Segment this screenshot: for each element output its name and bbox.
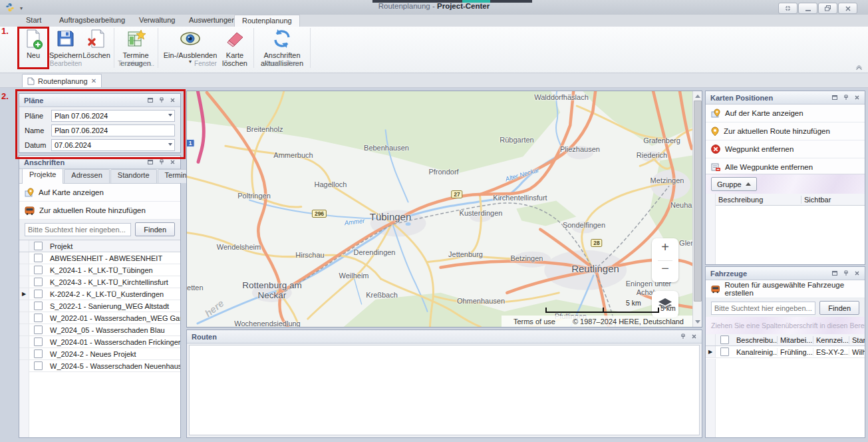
row-checkbox[interactable] xyxy=(720,347,729,356)
row-checkbox[interactable] xyxy=(34,337,43,346)
scroll-down-icon[interactable] xyxy=(695,320,700,324)
map-viewport[interactable]: 27 296 28 1 Walddorfhäslach Breitenholz … xyxy=(187,91,693,327)
project-row-selected[interactable]: ▶K-2024-2 - K_LK-TÜ_Kusterdingen xyxy=(19,288,180,300)
routen-erstellen-action[interactable]: Routen für ausgewählte Fahrzeuge erstell… xyxy=(706,280,865,298)
pin-panel-icon[interactable] xyxy=(156,158,166,166)
maximize-panel-icon[interactable] xyxy=(829,93,839,102)
select-all-checkbox[interactable] xyxy=(716,335,734,344)
beschreibung-column-header[interactable]: Beschreibu... xyxy=(734,336,778,344)
doc-tab-close-icon[interactable]: ✕ xyxy=(91,77,96,85)
application-window: ▾ Routenplanung - Project-Center Start A… xyxy=(0,0,868,442)
name-input[interactable]: Plan 07.06.2024 xyxy=(51,124,175,136)
sichtbar-column-header[interactable]: Sichtbar xyxy=(801,196,865,204)
map-label: Pliezhausen xyxy=(560,145,600,153)
fahrzeug-row-selected[interactable]: ▶ Kanalreinig... Frühling... ES-XY-2... … xyxy=(706,346,865,358)
row-checkbox[interactable] xyxy=(34,314,43,322)
ribbon-collapse-icon[interactable] xyxy=(855,64,863,72)
loeschen-button[interactable]: Löschen xyxy=(82,29,111,59)
project-row[interactable]: K_2024-3 - K_LK-TÜ_Kirchtellinsfurt xyxy=(19,276,180,288)
map-label: Neuhaus xyxy=(670,201,693,209)
wegpunkt-entfernen-action[interactable]: Wegpunkt entfernen xyxy=(706,140,865,158)
projekt-column-header[interactable]: Projekt xyxy=(47,242,180,250)
auf-der-karte-anzeigen-action[interactable]: Auf der Karte anzeigen xyxy=(706,105,865,122)
row-checkbox[interactable] xyxy=(34,290,43,298)
restore-button[interactable] xyxy=(818,3,837,14)
maximize-panel-icon[interactable] xyxy=(829,269,839,278)
fahrzeuge-finden-button[interactable]: Finden xyxy=(819,301,859,315)
row-checkbox[interactable] xyxy=(34,254,43,262)
karten-positionen-title: Karten Positionen xyxy=(710,94,773,102)
map-label: Glems xyxy=(679,239,693,247)
close-button[interactable] xyxy=(838,3,857,14)
close-panel-icon[interactable] xyxy=(168,158,178,166)
scrollbar-thumb[interactable] xyxy=(694,101,702,302)
map-vertical-scrollbar[interactable] xyxy=(692,91,702,327)
speichern-button[interactable]: Speichern xyxy=(49,29,81,59)
project-row[interactable]: W_2024_05 - Wasserschaden Blau xyxy=(19,324,180,336)
row-checkbox[interactable] xyxy=(34,326,43,334)
row-checkbox[interactable] xyxy=(34,361,43,370)
tab-projekte[interactable]: Projekte xyxy=(22,168,63,184)
gruppe-group-button[interactable]: Gruppe xyxy=(711,177,757,191)
row-focus-arrow: ▶ xyxy=(706,346,716,357)
plaene-combo[interactable]: Plan 07.06.2024 xyxy=(51,110,175,122)
close-panel-icon[interactable] xyxy=(689,332,699,341)
project-row[interactable]: W_2024-2 - Neues Projekt xyxy=(19,348,180,360)
pin-panel-icon[interactable] xyxy=(841,93,851,102)
project-row[interactable]: ABWESENHEIT - ABWESENHEIT xyxy=(19,252,180,264)
mitarbeiter-column-header[interactable]: Mitarbei... xyxy=(778,336,813,344)
pin-panel-icon[interactable] xyxy=(156,96,166,105)
minimize-button[interactable] xyxy=(798,3,817,14)
beschreibung-column-header[interactable]: Beschreibung xyxy=(716,196,801,204)
tab-standorte[interactable]: Standorte xyxy=(110,169,157,183)
anschriften-search-input[interactable] xyxy=(25,223,131,236)
scroll-up-icon[interactable] xyxy=(695,95,700,98)
map-label: Hirschau xyxy=(295,251,324,259)
map-label: Wochenendsiedlung xyxy=(234,320,300,327)
document-icon xyxy=(27,77,35,85)
row-checkbox[interactable] xyxy=(34,278,43,286)
row-checkbox[interactable] xyxy=(34,349,43,358)
fahrzeuge-search-input[interactable] xyxy=(711,302,815,315)
datum-combo[interactable]: 07.06.2024 xyxy=(51,139,175,151)
tab-auftragsbearbeitung[interactable]: Auftragsbearbeitung xyxy=(52,15,132,27)
map-pin-icon xyxy=(25,188,34,198)
close-panel-icon[interactable] xyxy=(168,96,178,105)
tab-adressen[interactable]: Adressen xyxy=(64,169,109,183)
pin-icon xyxy=(711,126,719,136)
row-checkbox[interactable] xyxy=(34,266,43,274)
tab-verwaltung[interactable]: Verwaltung xyxy=(132,15,182,27)
group-by-hint: Ziehen Sie eine Spaltenüberschrift in di… xyxy=(706,317,865,334)
row-checkbox[interactable] xyxy=(34,302,43,310)
group-label-bearbeiten: Bearbeiten xyxy=(19,60,113,67)
project-row[interactable]: S_2022-1 - Sanierung_WEG Altstadt xyxy=(19,300,180,312)
ein-ausblenden-button[interactable]: Ein-/Ausblenden ▾ xyxy=(163,29,217,64)
terms-of-use-link[interactable]: Terms of use xyxy=(513,318,555,326)
maximize-panel-icon[interactable] xyxy=(145,96,155,105)
neu-button[interactable]: Neu xyxy=(19,29,48,59)
tab-start[interactable]: Start xyxy=(19,15,49,27)
close-panel-icon[interactable] xyxy=(852,269,862,278)
pin-panel-icon[interactable] xyxy=(841,269,851,278)
project-row[interactable]: W_2022-01 - Wasserschaden_WEG Gartenstr-… xyxy=(19,312,180,324)
project-row[interactable]: W_2024-5 - Wasserschaden Neuenhaus xyxy=(19,360,180,372)
maximize-panel-icon[interactable] xyxy=(145,158,155,166)
zoom-out-button[interactable]: − xyxy=(652,261,678,276)
project-row[interactable]: W_2024-01 - Wasserschaden Frickingen xyxy=(19,336,180,348)
compress-window-button[interactable] xyxy=(778,3,797,14)
doc-tab-routenplanung[interactable]: Routenplanung ✕ xyxy=(22,74,102,87)
pin-panel-icon[interactable] xyxy=(678,332,688,341)
select-all-checkbox[interactable] xyxy=(29,242,47,250)
zoom-in-button[interactable]: + xyxy=(652,240,678,255)
project-row[interactable]: K_2024-1 - K_LK-TÜ_Tübingen xyxy=(19,264,180,276)
startadresse-column-header[interactable]: Startadr... xyxy=(849,336,865,344)
kennzeichen-column-header[interactable]: Kennzei... xyxy=(813,336,849,344)
zur-route-hinzufuegen-action[interactable]: Zur aktuellen Route hinzufügen xyxy=(19,202,180,220)
map-label-city: Reutlingen xyxy=(571,263,619,274)
ribbon-tab-strip: Start Auftragsbearbeitung Verwaltung Aus… xyxy=(0,15,868,27)
routen-empty-area[interactable] xyxy=(189,345,700,435)
close-panel-icon[interactable] xyxy=(852,93,862,102)
route-hinzufuegen-action[interactable]: Zur aktuellen Route hinzufügen xyxy=(706,122,865,140)
anschriften-finden-button[interactable]: Finden xyxy=(135,222,175,236)
auf-karte-anzeigen-action[interactable]: Auf Karte anzeigen xyxy=(19,184,180,202)
